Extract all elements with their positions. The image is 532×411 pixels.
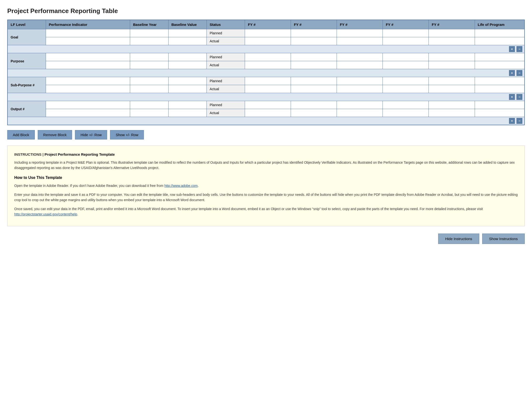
sub-purpose-remove-btn[interactable]: − (516, 94, 522, 100)
goal-baseline-year-planned[interactable] (130, 29, 168, 37)
purpose-fy2-actual[interactable] (291, 61, 337, 69)
sub-purpose-indicator-actual[interactable] (46, 85, 130, 93)
purpose-baseline-value-actual[interactable] (168, 61, 207, 69)
goal-add-btn[interactable]: + (509, 46, 515, 52)
purpose-fy1-planned[interactable] (245, 53, 291, 61)
sub-purpose-fy3-actual[interactable] (337, 85, 383, 93)
instructions-title: INSTRUCTIONS | Project Performance Repor… (14, 152, 518, 157)
purpose-fy3-planned[interactable] (337, 53, 383, 61)
sub-purpose-baseline-year-planned[interactable] (130, 77, 168, 85)
purpose-indicator-actual[interactable] (46, 61, 130, 69)
goal-fy2-planned[interactable] (291, 29, 337, 37)
sub-purpose-status-planned: Planned (207, 77, 245, 85)
goal-indicator-planned[interactable] (46, 29, 130, 37)
instructions-para3: Once saved, you can edit your data in th… (14, 206, 518, 217)
output-baseline-year-actual[interactable] (130, 109, 168, 117)
output-remove-btn[interactable]: − (516, 118, 522, 124)
goal-fy5-planned[interactable] (429, 29, 475, 37)
output-label: Output # (8, 101, 46, 117)
purpose-fy4-planned[interactable] (383, 53, 429, 61)
sub-purpose-fy5-planned[interactable] (429, 77, 475, 85)
adobe-link[interactable]: http://www.adobe.com (164, 184, 198, 188)
goal-fy2-actual[interactable] (291, 37, 337, 45)
sub-purpose-fy1-actual[interactable] (245, 85, 291, 93)
purpose-fy5-planned[interactable] (429, 53, 475, 61)
output-fy1-planned[interactable] (245, 101, 291, 109)
output-indicator-actual[interactable] (46, 109, 130, 117)
output-add-btn[interactable]: + (509, 118, 515, 124)
goal-fy3-planned[interactable] (337, 29, 383, 37)
show-row-button[interactable]: Show +/- Row (110, 130, 144, 140)
output-fy4-actual[interactable] (383, 109, 429, 117)
sub-purpose-lop-actual[interactable] (475, 85, 524, 93)
sub-purpose-fy4-planned[interactable] (383, 77, 429, 85)
sub-purpose-add-btn[interactable]: + (509, 94, 515, 100)
sub-purpose-fy1-planned[interactable] (245, 77, 291, 85)
sub-purpose-fy2-actual[interactable] (291, 85, 337, 93)
goal-fy4-planned[interactable] (383, 29, 429, 37)
output-fy3-planned[interactable] (337, 101, 383, 109)
sub-purpose-fy3-planned[interactable] (337, 77, 383, 85)
purpose-baseline-year-planned[interactable] (130, 53, 168, 61)
purpose-fy5-actual[interactable] (429, 61, 475, 69)
purpose-fy1-actual[interactable] (245, 61, 291, 69)
remove-block-button[interactable]: Remove Block (38, 130, 72, 140)
sub-purpose-fy2-planned[interactable] (291, 77, 337, 85)
goal-lop-actual[interactable] (475, 37, 524, 45)
purpose-remove-btn[interactable]: − (516, 70, 522, 76)
goal-baseline-value-actual[interactable] (168, 37, 207, 45)
output-baseline-value-actual[interactable] (168, 109, 207, 117)
output-fy2-actual[interactable] (291, 109, 337, 117)
output-lop-planned[interactable] (475, 101, 524, 109)
main-table: LF Level Performance Indicator Baseline … (7, 19, 525, 125)
sub-purpose-fy5-actual[interactable] (429, 85, 475, 93)
goal-remove-btn[interactable]: − (516, 46, 522, 52)
goal-lop-planned[interactable] (475, 29, 524, 37)
output-baseline-value-planned[interactable] (168, 101, 207, 109)
output-fy5-planned[interactable] (429, 101, 475, 109)
purpose-fy3-actual[interactable] (337, 61, 383, 69)
output-fy5-actual[interactable] (429, 109, 475, 117)
purpose-baseline-value-planned[interactable] (168, 53, 207, 61)
purpose-fy4-actual[interactable] (383, 61, 429, 69)
show-instructions-button[interactable]: Show Instructions (482, 234, 525, 244)
goal-baseline-year-actual[interactable] (130, 37, 168, 45)
table-row: Sub-Purpose # Planned (8, 77, 524, 85)
output-fy4-planned[interactable] (383, 101, 429, 109)
add-block-button[interactable]: Add Block (7, 130, 35, 140)
output-lop-actual[interactable] (475, 109, 524, 117)
purpose-lop-actual[interactable] (475, 61, 524, 69)
goal-fy3-actual[interactable] (337, 37, 383, 45)
table-row: Actual (8, 85, 524, 93)
output-fy1-actual[interactable] (245, 109, 291, 117)
goal-fy4-actual[interactable] (383, 37, 429, 45)
sub-purpose-baseline-value-planned[interactable] (168, 77, 207, 85)
hide-row-button[interactable]: Hide +/- Row (75, 130, 107, 140)
header-lf-level: LF Level (8, 20, 46, 29)
table-header-row: LF Level Performance Indicator Baseline … (8, 20, 524, 29)
sub-purpose-baseline-value-actual[interactable] (168, 85, 207, 93)
instructions-para1: Open the template in Adobe Reader. If yo… (14, 183, 518, 188)
help-link[interactable]: http://projectstarter.usaid.gov/content/… (14, 212, 77, 216)
goal-fy1-planned[interactable] (245, 29, 291, 37)
purpose-indicator-planned[interactable] (46, 53, 130, 61)
hide-instructions-button[interactable]: Hide Instructions (438, 234, 479, 244)
output-fy3-actual[interactable] (337, 109, 383, 117)
goal-fy1-actual[interactable] (245, 37, 291, 45)
output-baseline-year-planned[interactable] (130, 101, 168, 109)
sub-purpose-lop-planned[interactable] (475, 77, 524, 85)
sub-purpose-baseline-year-actual[interactable] (130, 85, 168, 93)
sub-purpose-indicator-planned[interactable] (46, 77, 130, 85)
purpose-lop-planned[interactable] (475, 53, 524, 61)
purpose-baseline-year-actual[interactable] (130, 61, 168, 69)
goal-indicator-actual[interactable] (46, 37, 130, 45)
purpose-add-btn[interactable]: + (509, 70, 515, 76)
header-baseline-year: Baseline Year (130, 20, 168, 29)
goal-baseline-value-planned[interactable] (168, 29, 207, 37)
sub-purpose-fy4-actual[interactable] (383, 85, 429, 93)
output-indicator-planned[interactable] (46, 101, 130, 109)
page-title: Project Performance Reporting Table (7, 7, 525, 15)
goal-fy5-actual[interactable] (429, 37, 475, 45)
purpose-fy2-planned[interactable] (291, 53, 337, 61)
output-fy2-planned[interactable] (291, 101, 337, 109)
